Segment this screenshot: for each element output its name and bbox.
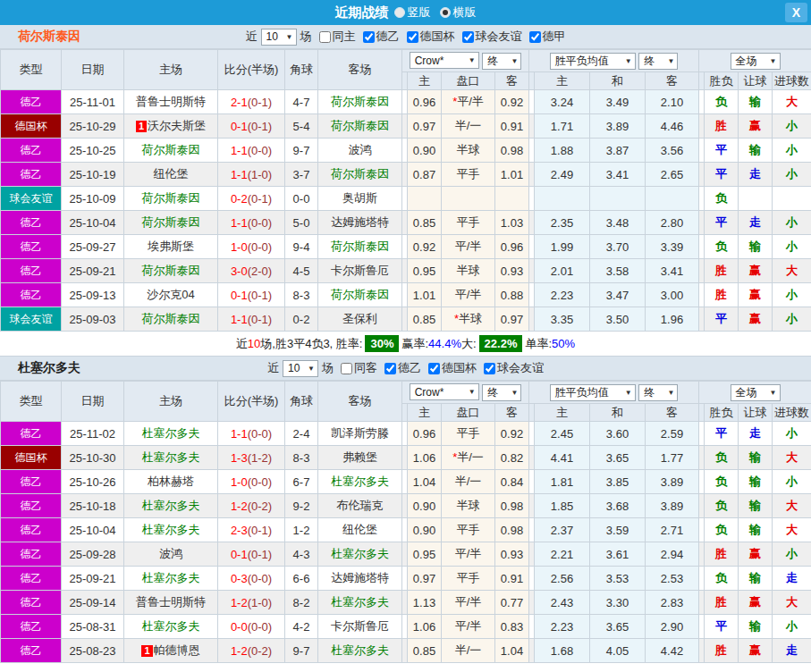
away-team-cell: 杜塞尔多夫 [318,591,402,615]
scope-select[interactable]: 全场▼ [731,53,781,70]
column-header-5: 客场 [318,382,402,422]
table-row: 德乙25-10-04荷尔斯泰因1-1(0-0)5-0达姆施塔特0.85平手1.0… [1,211,811,235]
handicap-result-cell: 赢 [739,639,773,663]
euro-away-odds: 2.90 [646,615,699,639]
same-venue-checkbox-label[interactable]: 同主 [316,29,356,45]
league-checkbox-0-label[interactable]: 德乙 [381,360,421,376]
vertical-layout-radio[interactable]: 竖版 [394,4,431,21]
away-team-cell: 荷尔斯泰因 [318,283,402,307]
goals-result-cell: 大 [773,591,811,615]
away-team-cell: 圣保利 [318,307,402,332]
score-cell: 0-0(0-0) [218,615,285,639]
league-badge: 德乙 [1,259,62,283]
chevron-down-icon: ▼ [469,388,476,396]
date-cell: 25-08-23 [62,639,124,663]
same-venue-checkbox[interactable] [341,363,352,374]
euro-draw-odds: 3.65 [590,446,646,470]
league-checkbox-1[interactable] [428,363,440,374]
close-button[interactable]: X [785,3,807,22]
asian-home-odds: 0.97 [408,114,442,139]
league-checkbox-3[interactable] [529,31,541,43]
same-venue-checkbox-text: 同客 [354,360,377,376]
recent-count-select[interactable]: 10▼ [283,360,318,377]
league-checkbox-0-label[interactable]: 德乙 [359,29,400,45]
euro-home-odds: 4.41 [535,446,590,470]
euro-final-select[interactable]: 终▼ [638,384,678,401]
league-badge: 德乙 [1,211,62,235]
league-checkbox-3-label[interactable]: 德甲 [526,29,566,45]
matches-label: 场 [322,360,334,376]
euro-away-odds: 2.10 [646,90,699,114]
euro-home-odds: 1.68 [535,639,590,663]
euro-sub-header-2: 客 [646,72,699,90]
euro-away-odds: 3.41 [646,259,699,283]
asian-final-select[interactable]: 终▼ [482,53,521,70]
horizontal-layout-radio[interactable]: 横版 [440,4,477,21]
asian-away-odds: 0.93 [495,259,529,283]
handicap-result-cell: 输 [739,518,773,542]
asian-home-odds: 0.90 [408,494,442,518]
league-badge: 德乙 [1,470,62,494]
league-checkbox-2[interactable] [462,31,474,43]
win-loss-cell: 胜 [705,591,739,615]
asian-odds-header: Crow*▼ 终▼ [402,50,529,72]
league-checkbox-3-text: 德甲 [543,29,566,45]
team-title: 杜塞尔多夫 [18,360,80,376]
euro-away-odds: 3.00 [646,283,699,307]
asian-final-select[interactable]: 终▼ [482,384,521,401]
euro-average-select[interactable]: 胜平负均值▼ [550,384,636,401]
fulltime-score: 0-1 [231,120,248,133]
vertical-layout-label: 竖版 [408,4,431,21]
away-team-cell: 杜塞尔多夫 [318,542,402,567]
chevron-down-icon: ▼ [511,57,518,65]
league-checkbox-2-label[interactable]: 球会友谊 [459,29,522,45]
asian-home-odds: 0.90 [408,518,442,542]
table-row: 德乙25-09-21荷尔斯泰因3-0(2-0)4-5卡尔斯鲁厄0.95半球0.9… [1,259,811,283]
scope-select[interactable]: 全场▼ [731,384,781,401]
home-team-cell: 杜塞尔多夫 [124,494,218,518]
corner-cell: 8-3 [285,446,318,470]
euro-final-select[interactable]: 终▼ [638,53,678,70]
scope-select-value: 全场 [736,54,757,69]
league-checkbox-2-label[interactable]: 球会友谊 [480,360,544,376]
handicap-result-cell: 输 [739,470,773,494]
recent-count-select[interactable]: 10▼ [261,29,297,46]
table-row: 德乙25-11-01普鲁士明斯特2-1(0-1)4-7荷尔斯泰因0.96*平/半… [1,90,811,114]
euro-draw-odds: 3.50 [590,307,646,332]
halftime-score: (0-1) [248,192,272,206]
date-cell: 25-10-04 [62,211,124,235]
column-header-5: 客场 [318,50,402,90]
company-select[interactable]: Crow*▼ [410,52,479,69]
league-badge: 德乙 [1,518,62,542]
goals-result-cell: 大 [773,259,811,283]
league-checkbox-1-label[interactable]: 德国杯 [403,29,455,45]
league-checkbox-2[interactable] [484,363,495,374]
summary-segment: 赢率: [401,336,428,352]
company-select-value: Crow* [415,386,444,399]
date-cell: 25-10-09 [62,187,124,211]
euro-draw-odds: 3.65 [590,615,646,639]
fulltime-score: 1-1 [231,144,248,157]
league-checkbox-0[interactable] [363,31,375,43]
chevron-down-icon: ▼ [625,57,632,65]
chevron-down-icon: ▼ [469,56,476,64]
fulltime-score: 1-2 [231,644,248,658]
league-checkbox-1-label[interactable]: 德国杯 [425,360,477,376]
corner-cell: 9-7 [285,139,318,163]
league-checkbox-1[interactable] [407,31,418,43]
column-header-4: 角球 [285,50,318,90]
results-table: 类型日期主场比分(半场)角球客场Crow*▼ 终▼胜平负均值▼ 终▼全场▼主盘口… [0,381,811,663]
halftime-score: (1-0) [248,596,272,609]
halftime-score: (0-1) [248,120,272,133]
column-header-4: 角球 [285,382,318,422]
chevron-down-icon: ▼ [308,365,315,373]
fulltime-score: 1-0 [231,475,248,489]
same-venue-checkbox-label[interactable]: 同客 [337,360,377,376]
company-select[interactable]: Crow*▼ [410,383,479,400]
win-loss-cell: 胜 [705,639,739,663]
league-checkbox-0[interactable] [384,363,396,374]
date-cell: 25-09-21 [62,259,124,283]
score-cell: 1-0(0-0) [218,470,285,494]
same-venue-checkbox[interactable] [319,31,331,43]
euro-average-select[interactable]: 胜平负均值▼ [550,53,636,70]
